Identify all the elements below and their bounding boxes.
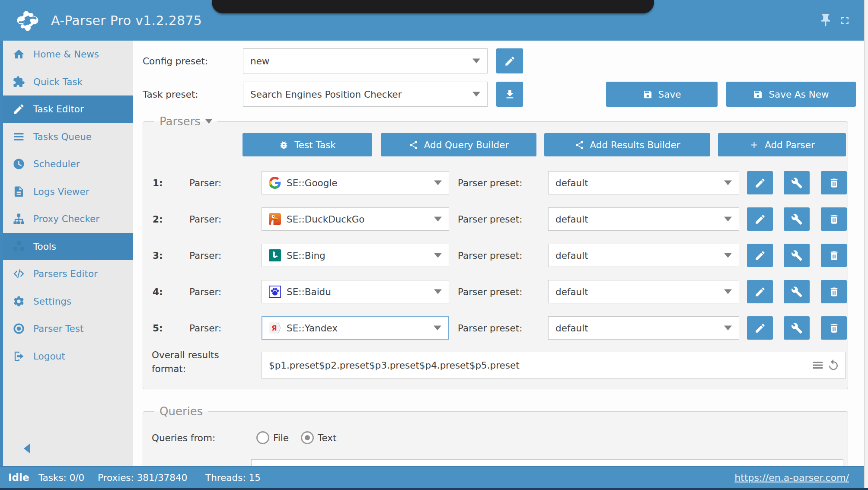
parser-select-baidu[interactable]: SE::Baidu xyxy=(262,280,449,303)
sidebar-item-tasks-queue[interactable]: Tasks Queue xyxy=(3,123,133,151)
trash-icon xyxy=(828,322,840,334)
sidebar-item-settings[interactable]: Settings xyxy=(3,288,133,315)
sidebar-item-logout[interactable]: Logout xyxy=(3,343,133,370)
parser-options-button[interactable] xyxy=(784,171,810,194)
task-preset-label: Task preset: xyxy=(143,82,198,107)
parser-options-button[interactable] xyxy=(784,244,810,267)
sidebar-item-scheduler[interactable]: Scheduler xyxy=(3,150,133,178)
file-radio[interactable] xyxy=(256,431,269,444)
pencil-icon xyxy=(754,286,766,298)
chevron-down-icon xyxy=(434,326,441,331)
clock-icon xyxy=(13,158,29,171)
edit-preset-button[interactable] xyxy=(747,244,773,267)
a-parser-website-link[interactable]: https://en.a-parser.com/ xyxy=(734,472,849,483)
status-state: Idle xyxy=(8,472,29,483)
parser-select-yandex[interactable]: Я SE::Yandex xyxy=(262,316,449,340)
chevron-down-icon xyxy=(472,59,480,64)
parser-preset-select[interactable]: default xyxy=(548,207,739,231)
status-bar: Idle Tasks: 0/0 Proxies: 381/37840 Threa… xyxy=(0,466,868,488)
add-query-builder-button[interactable]: Add Query Builder xyxy=(381,133,536,156)
parser-options-button[interactable] xyxy=(784,280,810,303)
parser-options-button[interactable] xyxy=(784,316,810,340)
sidebar-item-logs-viewer[interactable]: Logs Viewer xyxy=(3,178,133,206)
parser-preset-select[interactable]: default xyxy=(548,171,739,194)
trash-icon xyxy=(828,250,840,261)
sidebar-collapse-arrow-icon[interactable] xyxy=(24,443,30,454)
save-as-new-button[interactable]: Save As New xyxy=(726,82,856,107)
parser-preset-select[interactable]: default xyxy=(548,316,739,340)
delete-parser-button[interactable] xyxy=(821,280,847,303)
parser-row-number: 1: xyxy=(153,171,163,194)
trash-icon xyxy=(828,177,840,189)
config-preset-select[interactable]: new xyxy=(243,48,488,73)
logout-icon xyxy=(13,350,29,363)
sidebar-item-task-editor[interactable]: Task Editor xyxy=(3,95,133,123)
config-preset-label: Config preset: xyxy=(143,48,208,73)
sidebar-item-tools[interactable]: Tools xyxy=(3,233,133,261)
parser-row-number: 4: xyxy=(153,280,163,303)
sidebar-item-quick-task[interactable]: Quick Task xyxy=(3,68,133,96)
wrench-icon xyxy=(791,322,803,334)
pencil-icon xyxy=(754,213,766,225)
list-icon xyxy=(13,130,29,143)
undo-icon[interactable] xyxy=(827,359,840,372)
pin-icon[interactable] xyxy=(818,13,833,28)
parser-row: 3: Parser: SE::Bing Parser preset: defau… xyxy=(143,244,848,267)
status-tasks: Tasks: 0/0 xyxy=(38,472,84,483)
baidu-icon xyxy=(269,286,281,298)
sidebar-item-parser-test[interactable]: Parser Test xyxy=(3,315,133,343)
wrench-icon xyxy=(791,177,803,189)
chevron-down-icon xyxy=(434,253,442,258)
parser-options-button[interactable] xyxy=(784,207,810,231)
window-bottom-edge xyxy=(0,488,868,490)
parser-select-bing[interactable]: SE::Bing xyxy=(262,244,449,267)
parser-select-duckduckgo[interactable]: SE::DuckDuckGo xyxy=(262,207,449,231)
parsers-section: Parsers Test Task Add Query Builder Add … xyxy=(143,121,848,389)
parser-label: Parser: xyxy=(189,171,221,194)
hamburger-icon[interactable] xyxy=(811,359,824,372)
download-icon xyxy=(504,89,516,100)
target-icon xyxy=(13,322,29,335)
window-right-edge xyxy=(864,0,868,488)
chevron-down-icon xyxy=(724,253,732,258)
parsers-legend[interactable]: Parsers xyxy=(154,113,217,130)
parser-preset-select[interactable]: default xyxy=(548,280,739,303)
file-radio-label[interactable]: File xyxy=(273,433,289,443)
add-results-builder-button[interactable]: Add Results Builder xyxy=(544,133,710,156)
task-preset-select[interactable]: Search Engines Position Checker xyxy=(243,82,488,107)
test-task-button[interactable]: Test Task xyxy=(243,133,372,156)
edit-preset-button[interactable] xyxy=(747,207,773,231)
overall-results-format-input[interactable]: $p1.preset$p2.preset$p3.preset$p4.preset… xyxy=(262,352,846,379)
edit-preset-button[interactable] xyxy=(747,280,773,303)
pencil-icon xyxy=(13,103,29,116)
svg-text:Я: Я xyxy=(271,324,277,332)
main-content: Config preset: new Task preset: Search E… xyxy=(133,41,868,466)
parser-preset-label: Parser preset: xyxy=(458,316,522,340)
chevron-down-icon xyxy=(434,217,442,222)
bug-icon xyxy=(279,140,289,150)
delete-parser-button[interactable] xyxy=(821,244,847,267)
sidebar-item-proxy-checker[interactable]: Proxy Checker xyxy=(3,205,133,233)
parser-select-google[interactable]: SE::Google xyxy=(262,171,449,194)
config-edit-button[interactable] xyxy=(496,48,523,73)
text-radio-label[interactable]: Text xyxy=(318,433,336,443)
parser-row-number: 5: xyxy=(153,316,163,340)
a-parser-logo xyxy=(16,8,40,32)
edit-preset-button[interactable] xyxy=(747,316,773,340)
add-parser-button[interactable]: Add Parser xyxy=(718,133,846,156)
sidebar-item-home-news[interactable]: Home & News xyxy=(3,41,133,68)
floppy-icon xyxy=(753,89,763,99)
delete-parser-button[interactable] xyxy=(821,171,847,194)
delete-parser-button[interactable] xyxy=(821,207,847,231)
pencil-icon xyxy=(754,177,766,189)
edit-preset-button[interactable] xyxy=(747,171,773,194)
chevron-down-icon xyxy=(472,92,480,97)
sidebar-item-parsers-editor[interactable]: Parsers Editor xyxy=(3,260,133,288)
text-radio[interactable] xyxy=(301,431,314,444)
fullscreen-icon[interactable] xyxy=(839,14,851,27)
task-download-button[interactable] xyxy=(496,82,523,107)
delete-parser-button[interactable] xyxy=(821,316,847,340)
share-icon xyxy=(574,140,584,150)
save-button[interactable]: Save xyxy=(606,82,718,107)
parser-preset-select[interactable]: default xyxy=(548,244,739,267)
